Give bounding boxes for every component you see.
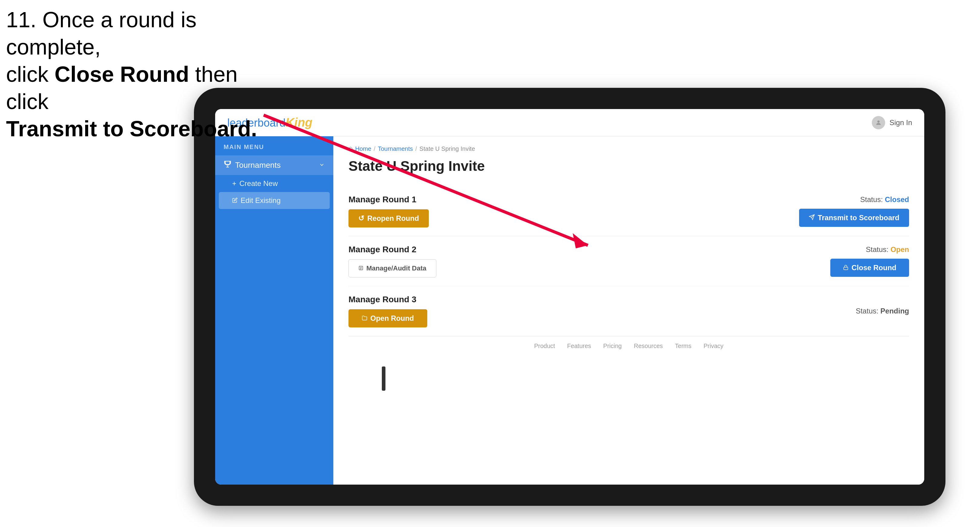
top-nav: leaderboardKing Sign In [215,109,924,136]
page-content: Home / Tournaments / State U Spring Invi… [333,136,924,484]
round-2-row: Manage Round 2 Manage/Audit Data [348,236,909,286]
open-round-label: Open Round [370,314,414,322]
reopen-icon: ↺ [358,214,364,222]
main-menu-label: MAIN MENU [215,144,333,156]
round-2-left: Manage Round 2 Manage/Audit Data [348,245,436,278]
sidebar-item-left: Tournaments [224,160,281,170]
round-1-status-value: Closed [885,195,909,203]
reopen-round-label: Reopen Round [367,214,419,222]
round-3-status-value: Pending [880,307,909,315]
manage-icon [358,264,363,272]
instruction-bold1: Close Round [54,62,189,86]
breadcrumb-sep2: / [415,145,417,152]
logo-king: King [285,116,312,129]
breadcrumb-sep1: / [374,145,375,152]
edit-icon [232,196,237,205]
lock-icon [843,264,848,272]
round-3-title: Manage Round 3 [348,295,427,305]
sign-in-area[interactable]: Sign In [872,116,912,129]
open-round-button[interactable]: Open Round [348,309,427,327]
close-round-button[interactable]: Close Round [830,259,909,277]
sign-in-label[interactable]: Sign In [889,118,912,127]
footer-privacy[interactable]: Privacy [704,343,724,349]
manage-audit-data-button[interactable]: Manage/Audit Data [348,259,436,278]
page-footer: Product Features Pricing Resources Terms… [348,336,909,356]
breadcrumb-tournaments[interactable]: Tournaments [378,145,413,152]
round-1-right: Status: Closed Transmit to Scoreboard [799,195,909,227]
instruction-block: 11. Once a round is complete, click Clos… [6,6,279,142]
sidebar-sub-item-edit-existing[interactable]: Edit Existing [219,192,330,209]
instruction-bold2: Transmit to Scoreboard. [6,117,257,141]
page-title: State U Spring Invite [348,158,909,174]
instruction-line1: 11. Once a round is complete, [6,8,196,59]
main-content: MAIN MENU Tournaments [215,136,924,484]
sidebar-item-tournaments[interactable]: Tournaments [215,156,333,175]
create-new-label: Create New [239,179,278,188]
tablet-side-button [382,367,385,391]
breadcrumb: Home / Tournaments / State U Spring Invi… [348,145,909,152]
footer-features[interactable]: Features [567,343,591,349]
edit-existing-label: Edit Existing [240,196,281,205]
chevron-down-icon [319,160,325,170]
round-3-right: Status: Pending [856,307,909,315]
tablet-screen: leaderboardKing Sign In MAIN MENU [215,109,924,484]
footer-pricing[interactable]: Pricing [603,343,622,349]
transmit-to-scoreboard-button[interactable]: Transmit to Scoreboard [799,209,909,227]
transmit-icon [809,214,815,222]
manage-audit-label: Manage/Audit Data [366,264,426,272]
tablet-device: leaderboardKing Sign In MAIN MENU [194,88,945,506]
instruction-line2: click [6,62,54,86]
sidebar: MAIN MENU Tournaments [215,136,333,484]
trophy-icon [224,160,232,170]
close-round-label: Close Round [851,264,896,272]
user-avatar-icon [872,116,885,129]
breadcrumb-icon [348,145,353,152]
svg-point-2 [878,120,880,122]
sidebar-tournaments-label: Tournaments [235,160,281,170]
round-2-right: Status: Open Close Round [830,245,909,277]
round-1-row: Manage Round 1 ↺ Reopen Round Status: Cl… [348,186,909,236]
round-3-row: Manage Round 3 Open Round St [348,286,909,336]
round-2-status-value: Open [891,245,909,254]
breadcrumb-current: State U Spring Invite [419,145,475,152]
round-2-title: Manage Round 2 [348,245,436,254]
round-2-status: Status: Open [866,245,909,254]
plus-icon: + [232,179,236,188]
sidebar-sub-item-create-new[interactable]: + Create New [215,175,333,192]
reopen-round-button[interactable]: ↺ Reopen Round [348,209,429,227]
round-3-left: Manage Round 3 Open Round [348,295,427,327]
round-1-status: Status: Closed [860,195,909,204]
svg-rect-9 [844,267,848,270]
footer-resources[interactable]: Resources [634,343,663,349]
footer-terms[interactable]: Terms [675,343,691,349]
round-3-status: Status: Pending [856,307,909,315]
transmit-label: Transmit to Scoreboard [818,214,899,222]
breadcrumb-home[interactable]: Home [355,145,371,152]
footer-product[interactable]: Product [534,343,555,349]
round-1-title: Manage Round 1 [348,195,429,205]
open-round-icon [362,314,367,322]
round-1-left: Manage Round 1 ↺ Reopen Round [348,195,429,227]
